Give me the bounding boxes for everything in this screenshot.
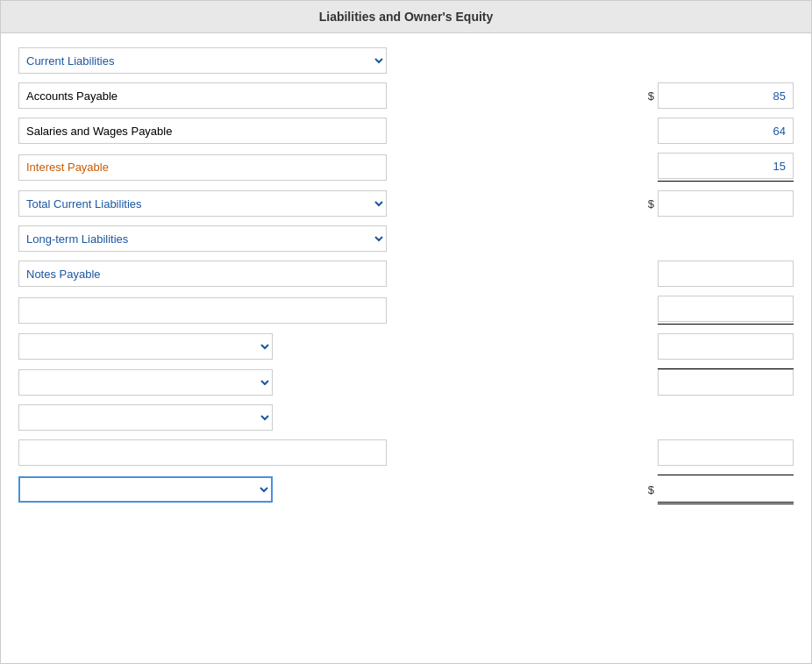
final-dropdown-row: $ <box>18 475 794 504</box>
dropdown-3-col <box>18 404 273 431</box>
interest-payable-value-input[interactable] <box>658 153 794 179</box>
final-dollar: $ <box>648 483 654 496</box>
current-liabilities-col: Current Liabilities <box>18 47 387 74</box>
dropdown-row-3 <box>18 404 794 431</box>
text-input-far[interactable] <box>18 439 387 466</box>
final-value-input[interactable] <box>658 475 794 502</box>
long-term-liabilities-dropdown[interactable]: Long-term Liabilities <box>18 225 387 252</box>
long-term-liabilities-row: Long-term Liabilities <box>18 225 794 252</box>
text-input-far-value-col <box>658 439 794 466</box>
accounts-payable-dollar: $ <box>648 89 654 103</box>
dropdown-2[interactable] <box>18 369 273 396</box>
page-header: Liabilities and Owner's Equity <box>1 1 811 33</box>
interest-payable-col <box>18 154 387 181</box>
dropdown-2-col <box>18 369 273 396</box>
total-current-dollar: $ <box>648 197 654 211</box>
notes-payable-value-col <box>658 261 794 287</box>
total-current-value-input[interactable] <box>658 190 794 217</box>
text-input-far-value[interactable] <box>658 439 794 466</box>
salaries-wages-value-input[interactable] <box>658 118 794 144</box>
salaries-wages-input[interactable] <box>18 118 387 144</box>
final-value-col <box>658 475 794 504</box>
dropdown-row-2 <box>18 368 794 396</box>
dropdown-1[interactable] <box>18 333 273 360</box>
page-wrapper: Liabilities and Owner's Equity Current L… <box>0 0 812 664</box>
total-current-liabilities-col: Total Current Liabilities <box>18 190 387 217</box>
long-term-liabilities-col: Long-term Liabilities <box>18 225 387 252</box>
dropdown-2-far-value-input[interactable] <box>658 369 794 396</box>
current-liabilities-dropdown[interactable]: Current Liabilities <box>18 47 387 74</box>
salaries-wages-row <box>18 118 794 144</box>
dropdown-2-far-value-col <box>658 368 794 396</box>
dropdown-1-far-value-input[interactable] <box>658 333 794 360</box>
notes-payable-input[interactable] <box>18 261 387 287</box>
page-title: Liabilities and Owner's Equity <box>319 10 494 24</box>
empty-text-col <box>18 297 387 324</box>
empty-value-input[interactable] <box>658 296 794 322</box>
total-current-value-col <box>658 190 794 217</box>
notes-payable-value-input[interactable] <box>658 261 794 287</box>
accounts-payable-row: $ <box>18 82 794 109</box>
dropdown-1-col <box>18 333 273 360</box>
final-dropdown-col <box>18 476 273 503</box>
empty-text-input[interactable] <box>18 297 387 324</box>
interest-payable-value-col <box>658 153 794 182</box>
content-area: Current Liabilities $ <box>1 33 811 527</box>
accounts-payable-input[interactable] <box>18 82 387 109</box>
salaries-wages-col <box>18 118 387 144</box>
dropdown-1-far-value-col <box>658 333 794 360</box>
dropdown-3[interactable] <box>18 404 273 431</box>
dropdown-row-1 <box>18 333 794 360</box>
final-dropdown[interactable] <box>18 476 273 503</box>
total-current-liabilities-dropdown[interactable]: Total Current Liabilities <box>18 190 387 217</box>
notes-payable-col <box>18 261 387 287</box>
total-current-liabilities-row: Total Current Liabilities $ <box>18 190 794 217</box>
accounts-payable-value-input[interactable] <box>658 82 794 109</box>
empty-text-row <box>18 296 794 325</box>
notes-payable-row <box>18 261 794 287</box>
interest-payable-input[interactable] <box>18 154 387 181</box>
salaries-wages-value-col <box>658 118 794 144</box>
accounts-payable-value-col <box>658 82 794 109</box>
current-liabilities-row: Current Liabilities <box>18 47 794 74</box>
text-input-far-row <box>18 439 794 466</box>
empty-value-col <box>658 296 794 325</box>
accounts-payable-col <box>18 82 387 109</box>
text-input-far-col <box>18 439 387 466</box>
interest-payable-row <box>18 153 794 182</box>
